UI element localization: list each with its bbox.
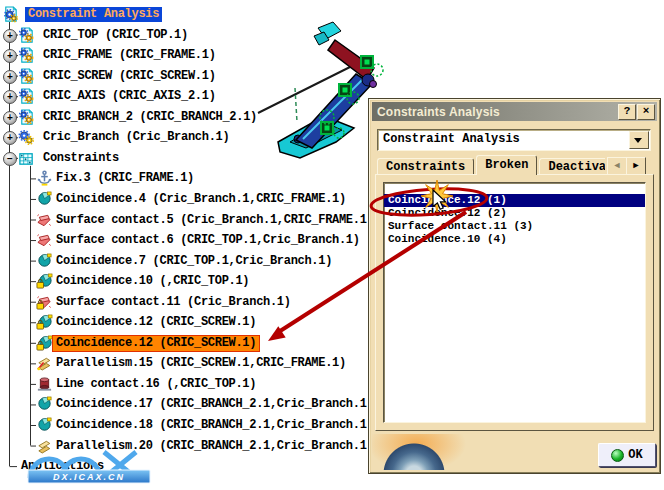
tree-item-label[interactable]: CRIC_AXIS (CRIC_AXIS_2.1) (40, 89, 219, 104)
tab-panel: Coincidence.12 (1)Coincidence.12 (2)Surf… (375, 174, 654, 431)
fix-icon (36, 170, 53, 187)
icax-watermark-logo: DX.ICAX.CN (12, 430, 162, 488)
part-icon (18, 47, 35, 64)
tree-expander[interactable]: + (3, 49, 17, 63)
tree-item-label[interactable]: Parallelism.15 (CRIC_SCREW.1,CRIC_FRAME.… (53, 356, 349, 371)
line-contact-icon (36, 376, 53, 393)
tree-item-label[interactable]: Surface contact.11 (Cric_Branch.1) (53, 295, 294, 310)
tree-item-label[interactable]: CRIC_BRANCH_2 (CRIC_BRANCH_2.1) (40, 110, 260, 125)
tree-expander[interactable]: − (3, 152, 17, 166)
ok-label: OK (628, 448, 642, 462)
part-icon (18, 68, 35, 85)
broken-constraints-list[interactable]: Coincidence.12 (1)Coincidence.12 (2)Surf… (383, 182, 646, 423)
tree-item-label[interactable]: Coincidence.12 (CRIC_SCREW.1) (53, 336, 259, 351)
analysis-combobox[interactable]: Constraint Analysis (377, 129, 651, 151)
surface-contact-icon (36, 232, 53, 249)
list-item-surface-contact-11-3[interactable]: Surface contact.11 (3) (384, 220, 645, 233)
tree-item-cric-screw-cric-screw-1[interactable]: + CRIC_SCREW (CRIC_SCREW.1) (0, 68, 664, 85)
earth-image (372, 434, 482, 470)
tree-item-label[interactable]: Coincidence.12 (CRIC_SCREW.1) (53, 315, 259, 330)
tab-broken[interactable]: Broken (476, 155, 537, 175)
tab-constraints[interactable]: Constraints (377, 158, 474, 175)
surface-contact-broken-icon (36, 294, 53, 311)
coincidence-broken-icon (36, 335, 53, 352)
tree-item-label[interactable]: CRIC_SCREW (CRIC_SCREW.1) (40, 69, 219, 84)
ok-button[interactable]: OK (598, 443, 656, 467)
tree-item-label[interactable]: Coincidence.10 (,CRIC_TOP.1) (53, 274, 252, 289)
tree-item-label[interactable]: Line contact.16 (,CRIC_TOP.1) (53, 377, 259, 392)
component-icon (18, 129, 35, 146)
parallelism-broken-icon (36, 355, 53, 372)
close-button[interactable]: × (637, 104, 655, 120)
dialog-title: Constraints Analysis (377, 105, 500, 119)
tree-expander[interactable]: + (3, 70, 17, 84)
tree-item-constraint-analysis[interactable]: Constraint Analysis (0, 6, 664, 23)
tree-item-label[interactable]: Constraint Analysis (25, 7, 162, 22)
constraints-analysis-dialog: Constraints Analysis ? × Constraint Anal… (368, 98, 661, 474)
coincidence-icon (36, 253, 53, 270)
tree-item-label[interactable]: Surface contact.5 (Cric_Branch.1,CRIC_FR… (53, 213, 376, 228)
tree-expander[interactable]: + (3, 131, 17, 145)
tree-item-label[interactable]: Fix.3 (CRIC_FRAME.1) (53, 171, 197, 186)
combobox-value: Constraint Analysis (383, 132, 520, 146)
coincidence-icon (36, 191, 53, 208)
list-item-coincidence-12-2[interactable]: Coincidence.12 (2) (384, 207, 645, 220)
constraints-icon (18, 150, 35, 167)
analysis-icon (2, 6, 19, 23)
coincidence-broken-icon (36, 273, 53, 290)
tree-expander[interactable]: + (3, 111, 17, 125)
tree-item-label[interactable]: Cric_Branch (Cric_Branch.1) (40, 130, 232, 145)
help-button[interactable]: ? (618, 104, 636, 120)
chevron-down-icon[interactable] (629, 131, 649, 149)
tree-item-label[interactable]: CRIC_TOP (CRIC_TOP.1) (40, 28, 191, 43)
tree-expander[interactable]: + (3, 29, 17, 43)
part-icon (18, 109, 35, 126)
tab-strip: ConstraintsBrokenDeactivated (377, 155, 605, 175)
tree-expander[interactable]: + (3, 90, 17, 104)
tree-item-label[interactable]: Coincidence.17 (CRIC_BRANCH_2.1,Cric_Bra… (53, 397, 376, 412)
part-icon (18, 27, 35, 44)
dialog-titlebar[interactable]: Constraints Analysis (372, 102, 657, 121)
tree-item-cric-top-cric-top-1[interactable]: + CRIC_TOP (CRIC_TOP.1) (0, 27, 664, 44)
coincidence-broken-icon (36, 314, 53, 331)
tree-item-label[interactable]: Coincidence.7 (CRIC_TOP.1,Cric_Branch.1) (53, 254, 335, 269)
tree-item-label[interactable]: Surface contact.6 (CRIC_TOP.1,Cric_Branc… (53, 233, 363, 248)
tree-item-label[interactable]: Constraints (40, 151, 122, 166)
tab-deactivated[interactable]: Deactivated (539, 158, 605, 175)
coincidence-icon (36, 396, 53, 413)
tree-item-label[interactable]: Coincidence.4 (Cric_Branch.1,CRIC_FRAME.… (53, 192, 349, 207)
tree-item-cric-frame-cric-frame-1[interactable]: + CRIC_FRAME (CRIC_FRAME.1) (0, 47, 664, 64)
list-item-coincidence-10-4[interactable]: Coincidence.10 (4) (384, 233, 645, 246)
list-item-coincidence-12-1[interactable]: Coincidence.12 (1) (384, 194, 645, 207)
tree-item-label[interactable]: CRIC_FRAME (CRIC_FRAME.1) (40, 48, 219, 63)
part-icon (18, 88, 35, 105)
watermark-text: DX.ICAX.CN (53, 472, 125, 482)
surface-contact-icon (36, 212, 53, 229)
green-ball-icon (611, 449, 624, 462)
